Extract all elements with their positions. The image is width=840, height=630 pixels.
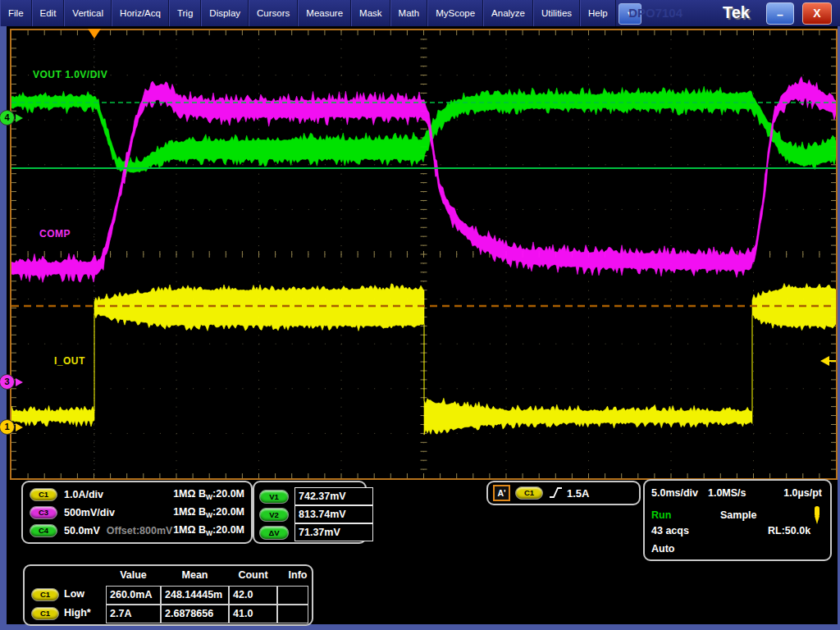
channel-3-reference-marker[interactable]: 3 xyxy=(0,374,23,390)
measurement-header-mean: Mean xyxy=(182,569,208,581)
channel-scale: 1.0A/div xyxy=(64,489,103,500)
rising-edge-icon xyxy=(549,486,564,500)
menu-item-display[interactable]: Display xyxy=(201,0,249,26)
channel-offset: Offset:800mV xyxy=(107,525,173,536)
cursor-row-3: ΔV71.37mV xyxy=(259,523,373,541)
acquisition-readout-box: 5.0ms/div 1.0MS/s 1.0µs/pt Run Sample 43… xyxy=(643,479,832,561)
channel-badge-δv: ΔV xyxy=(259,526,289,540)
cursor-value: 71.37mV xyxy=(294,523,373,541)
menu-item-measure[interactable]: Measure xyxy=(298,0,351,26)
acquisition-count: 43 acqs xyxy=(651,525,689,536)
measurement-count-cell: 42.0 xyxy=(229,586,277,605)
measurement-name: Low xyxy=(64,588,84,600)
measurement-info-cell xyxy=(277,605,308,623)
menu-item-file[interactable]: File xyxy=(0,0,32,26)
channel-badge-c1: C1 xyxy=(30,488,57,501)
resolution-value: 1.0µs/pt xyxy=(783,487,822,499)
measurement-mean-cell: 2.6878656 xyxy=(161,605,229,623)
measurement-mean-cell: 248.14445m xyxy=(161,586,229,605)
menu-item-cursors[interactable]: Cursors xyxy=(249,0,298,26)
channel-3-marker-arrow-icon xyxy=(16,378,23,386)
menu-bar: FileEditVerticalHoriz/AcqTrigDisplayCurs… xyxy=(0,0,616,26)
channel-row-c3[interactable]: C3500mV/div1MΩ BW:20.0M xyxy=(30,506,244,519)
vout-trace-label: VOUT 1.0V/DIV xyxy=(33,69,107,80)
iout-trace-label: I_OUT xyxy=(54,355,85,367)
model-label: DPO7104 xyxy=(628,6,682,20)
menu-item-utilities[interactable]: Utilities xyxy=(533,0,580,26)
menu-item-help[interactable]: Help xyxy=(580,0,616,26)
record-length-value: RL:50.0k xyxy=(768,525,810,536)
channel-impedance-bandwidth: 1MΩ BW:20.0M xyxy=(173,506,244,519)
measurement-value-cell: 2.7A xyxy=(106,605,161,623)
channel-badge-v1: V1 xyxy=(259,490,289,504)
channel-badge-c3: C3 xyxy=(30,506,57,519)
channel-badge-c1: C1 xyxy=(31,588,59,601)
channel-1-reference-marker[interactable]: 1 xyxy=(0,419,23,435)
channel-badge-c1: C1 xyxy=(31,607,59,620)
menu-item-math[interactable]: Math xyxy=(390,0,428,26)
measurement-info-cell xyxy=(277,586,308,605)
channel-4-marker-arrow-icon xyxy=(16,114,23,122)
acquisition-mode: Sample xyxy=(720,509,756,521)
menu-item-trig[interactable]: Trig xyxy=(169,0,201,26)
trigger-position-marker[interactable] xyxy=(88,29,101,39)
trigger-level-value: 1.5A xyxy=(567,487,589,500)
acquisition-state: Run xyxy=(651,509,671,521)
comp-trace-label: COMP xyxy=(39,228,71,240)
channel-4-reference-marker[interactable]: 4 xyxy=(0,110,23,126)
channel-row-c1[interactable]: C11.0A/div1MΩ BW:20.0M xyxy=(30,488,244,501)
channel-4-marker-circle: 4 xyxy=(0,110,15,126)
menu-item-myscope[interactable]: MyScope xyxy=(427,0,483,26)
measurement-count-cell: 41.0 xyxy=(229,605,277,623)
cursor-row-2: V2813.74mV xyxy=(259,505,373,523)
channel-scale: 50.0mV xyxy=(64,525,100,536)
scope-content: VOUT 1.0V/DIV COMP I_OUT 431 C11.0A/div1… xyxy=(7,26,838,624)
title-bar: FileEditVerticalHoriz/AcqTrigDisplayCurs… xyxy=(0,0,840,26)
channel-1-marker-circle: 1 xyxy=(0,419,15,435)
cursor-value: 813.74mV xyxy=(294,505,373,523)
cursor-value: 742.37mV xyxy=(294,487,373,505)
channel-3-marker-circle: 3 xyxy=(0,374,15,390)
channel-scale: 500mV/div xyxy=(64,507,115,518)
close-button[interactable]: X xyxy=(802,2,832,25)
waveform-display[interactable]: VOUT 1.0V/DIV COMP I_OUT 431 xyxy=(10,29,838,480)
channel-readout-box[interactable]: C11.0A/div1MΩ BW:20.0MC3500mV/div1MΩ BW:… xyxy=(21,481,253,544)
graticule-canvas xyxy=(11,30,836,478)
measurement-header-count: Count xyxy=(238,569,267,581)
timebase-value: 5.0ms/div xyxy=(651,487,698,499)
channel-row-c4[interactable]: C450.0mVOffset:800mV1MΩ BW:20.0M xyxy=(30,524,244,537)
measurement-header-info: Info xyxy=(289,569,308,581)
measurement-value-cell: 260.0mA xyxy=(106,586,161,605)
trigger-readout-box[interactable]: A' C1 1.5A xyxy=(486,481,641,505)
menu-item-analyze[interactable]: Analyze xyxy=(483,0,533,26)
measurement-table[interactable]: ValueMeanCountInfoC1Low260.0mA248.14445m… xyxy=(23,564,313,626)
channel-badge-c4: C4 xyxy=(30,524,57,537)
menu-item-mask[interactable]: Mask xyxy=(351,0,390,26)
cursor-readout-box: V1742.37mVV2813.74mVΔV71.37mV xyxy=(253,481,367,544)
trigger-mode-value: Auto xyxy=(651,543,674,555)
trigger-source-badge: C1 xyxy=(515,486,543,500)
cursor-row-1: V1742.37mV xyxy=(259,487,373,505)
channel-badge-v2: V2 xyxy=(259,508,289,522)
channel-1-marker-arrow-icon xyxy=(16,423,23,431)
menu-item-edit[interactable]: Edit xyxy=(32,0,65,26)
menu-item-horiz-acq[interactable]: Horiz/Acq xyxy=(112,0,169,26)
channel-impedance-bandwidth: 1MΩ BW:20.0M xyxy=(173,488,244,501)
channel-impedance-bandwidth: 1MΩ BW:20.0M xyxy=(173,524,244,537)
tek-logo: Tek xyxy=(723,3,750,22)
measurement-header-value: Value xyxy=(120,569,147,581)
trigger-a-label: A' xyxy=(493,485,510,501)
measurement-name: High* xyxy=(64,607,91,619)
menu-item-vertical[interactable]: Vertical xyxy=(64,0,112,26)
minimize-button[interactable]: – xyxy=(766,2,794,25)
sample-rate-value: 1.0MS/s xyxy=(708,487,746,499)
waveform-pin-icon xyxy=(812,505,822,525)
oscilloscope-window: FileEditVerticalHoriz/AcqTrigDisplayCurs… xyxy=(0,0,840,630)
